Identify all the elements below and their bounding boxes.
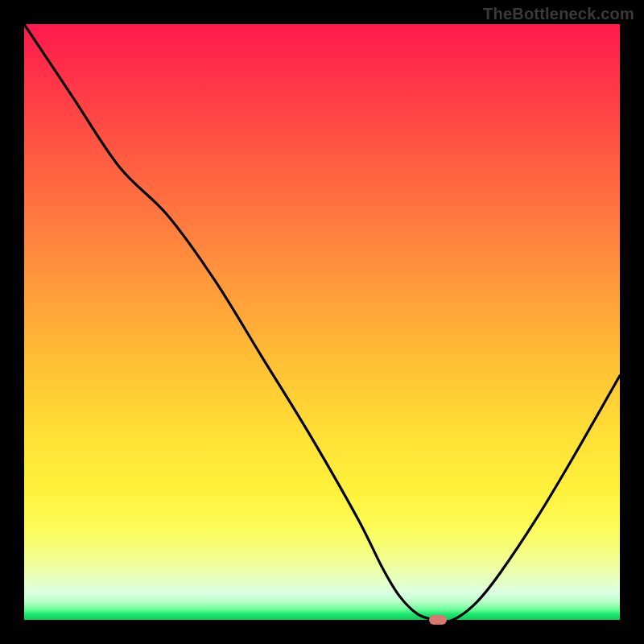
bottleneck-curve bbox=[24, 24, 620, 620]
watermark-text: TheBottleneck.com bbox=[483, 5, 634, 23]
chart-frame: TheBottleneck.com bbox=[0, 0, 644, 644]
chart-plot-area bbox=[24, 24, 620, 620]
optimal-marker bbox=[429, 615, 447, 625]
